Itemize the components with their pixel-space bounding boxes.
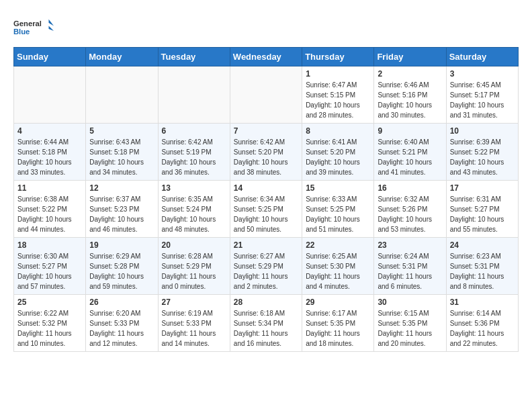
svg-text:Blue: Blue xyxy=(13,28,30,36)
day-number: 31 xyxy=(450,298,515,307)
calendar-cell xyxy=(14,66,86,124)
calendar-cell: 9Sunrise: 6:40 AM Sunset: 5:21 PM Daylig… xyxy=(374,124,446,181)
day-info: Sunrise: 6:32 AM Sunset: 5:26 PM Dayligh… xyxy=(378,194,442,234)
day-number: 3 xyxy=(450,69,515,79)
calendar-cell: 5Sunrise: 6:43 AM Sunset: 5:18 PM Daylig… xyxy=(86,124,158,181)
calendar-cell: 28Sunrise: 6:18 AM Sunset: 5:34 PM Dayli… xyxy=(230,295,302,352)
calendar-cell: 11Sunrise: 6:38 AM Sunset: 5:22 PM Dayli… xyxy=(14,181,86,238)
day-info: Sunrise: 6:25 AM Sunset: 5:30 PM Dayligh… xyxy=(306,251,370,291)
day-info: Sunrise: 6:14 AM Sunset: 5:36 PM Dayligh… xyxy=(450,308,515,349)
calendar-cell: 13Sunrise: 6:35 AM Sunset: 5:24 PM Dayli… xyxy=(158,181,230,238)
day-number: 12 xyxy=(89,183,154,193)
calendar-cell: 24Sunrise: 6:23 AM Sunset: 5:31 PM Dayli… xyxy=(446,238,518,295)
calendar-week-2: 4Sunrise: 6:44 AM Sunset: 5:18 PM Daylig… xyxy=(14,124,519,181)
calendar-week-3: 11Sunrise: 6:38 AM Sunset: 5:22 PM Dayli… xyxy=(14,181,519,238)
day-info: Sunrise: 6:24 AM Sunset: 5:31 PM Dayligh… xyxy=(378,251,442,291)
calendar-cell: 23Sunrise: 6:24 AM Sunset: 5:31 PM Dayli… xyxy=(374,238,446,295)
calendar-cell: 4Sunrise: 6:44 AM Sunset: 5:18 PM Daylig… xyxy=(14,124,86,181)
calendar-cell: 31Sunrise: 6:14 AM Sunset: 5:36 PM Dayli… xyxy=(446,295,518,352)
calendar-cell: 22Sunrise: 6:25 AM Sunset: 5:30 PM Dayli… xyxy=(302,238,374,295)
day-info: Sunrise: 6:34 AM Sunset: 5:25 PM Dayligh… xyxy=(234,194,298,234)
day-info: Sunrise: 6:39 AM Sunset: 5:22 PM Dayligh… xyxy=(450,137,515,177)
weekday-header-tuesday: Tuesday xyxy=(158,48,230,66)
day-info: Sunrise: 6:44 AM Sunset: 5:18 PM Dayligh… xyxy=(17,137,82,177)
day-info: Sunrise: 6:15 AM Sunset: 5:35 PM Dayligh… xyxy=(378,308,442,349)
day-number: 15 xyxy=(306,183,370,193)
day-number: 25 xyxy=(17,298,82,307)
day-info: Sunrise: 6:43 AM Sunset: 5:18 PM Dayligh… xyxy=(89,137,154,177)
calendar-cell: 18Sunrise: 6:30 AM Sunset: 5:27 PM Dayli… xyxy=(14,238,86,295)
calendar-week-4: 18Sunrise: 6:30 AM Sunset: 5:27 PM Dayli… xyxy=(14,238,519,295)
logo-svg: General Blue xyxy=(13,13,54,40)
day-number: 30 xyxy=(378,298,442,307)
day-number: 4 xyxy=(17,126,82,136)
day-info: Sunrise: 6:38 AM Sunset: 5:22 PM Dayligh… xyxy=(17,194,82,234)
day-number: 24 xyxy=(450,240,515,250)
svg-text:General: General xyxy=(13,19,42,28)
logo: General Blue xyxy=(13,13,54,40)
day-number: 27 xyxy=(162,298,226,307)
weekday-header-saturday: Saturday xyxy=(446,48,518,66)
calendar-cell: 21Sunrise: 6:27 AM Sunset: 5:29 PM Dayli… xyxy=(230,238,302,295)
day-info: Sunrise: 6:22 AM Sunset: 5:32 PM Dayligh… xyxy=(17,308,82,349)
day-number: 9 xyxy=(378,126,442,136)
day-number: 7 xyxy=(234,126,298,136)
day-number: 19 xyxy=(89,240,154,250)
calendar-cell: 1Sunrise: 6:47 AM Sunset: 5:15 PM Daylig… xyxy=(302,66,374,124)
calendar-cell: 8Sunrise: 6:41 AM Sunset: 5:20 PM Daylig… xyxy=(302,124,374,181)
calendar-week-1: 1Sunrise: 6:47 AM Sunset: 5:15 PM Daylig… xyxy=(14,66,519,124)
day-info: Sunrise: 6:20 AM Sunset: 5:33 PM Dayligh… xyxy=(89,308,154,349)
calendar-cell: 16Sunrise: 6:32 AM Sunset: 5:26 PM Dayli… xyxy=(374,181,446,238)
day-number: 29 xyxy=(306,298,370,307)
day-number: 26 xyxy=(89,298,154,307)
day-number: 13 xyxy=(162,183,226,193)
calendar-cell: 17Sunrise: 6:31 AM Sunset: 5:27 PM Dayli… xyxy=(446,181,518,238)
calendar-table: SundayMondayTuesdayWednesdayThursdayFrid… xyxy=(13,47,519,352)
day-info: Sunrise: 6:31 AM Sunset: 5:27 PM Dayligh… xyxy=(450,194,515,234)
calendar-cell: 15Sunrise: 6:33 AM Sunset: 5:25 PM Dayli… xyxy=(302,181,374,238)
day-number: 11 xyxy=(17,183,82,193)
weekday-header-friday: Friday xyxy=(374,48,446,66)
day-info: Sunrise: 6:23 AM Sunset: 5:31 PM Dayligh… xyxy=(450,251,515,291)
calendar-header-row: SundayMondayTuesdayWednesdayThursdayFrid… xyxy=(14,48,519,66)
calendar-week-5: 25Sunrise: 6:22 AM Sunset: 5:32 PM Dayli… xyxy=(14,295,519,352)
day-number: 28 xyxy=(234,298,298,307)
day-number: 6 xyxy=(162,126,226,136)
calendar-cell: 6Sunrise: 6:42 AM Sunset: 5:19 PM Daylig… xyxy=(158,124,230,181)
day-number: 14 xyxy=(234,183,298,193)
day-number: 22 xyxy=(306,240,370,250)
day-number: 16 xyxy=(378,183,442,193)
day-info: Sunrise: 6:45 AM Sunset: 5:17 PM Dayligh… xyxy=(450,80,515,120)
day-info: Sunrise: 6:33 AM Sunset: 5:25 PM Dayligh… xyxy=(306,194,370,234)
day-number: 18 xyxy=(17,240,82,250)
calendar-cell: 2Sunrise: 6:46 AM Sunset: 5:16 PM Daylig… xyxy=(374,66,446,124)
day-info: Sunrise: 6:40 AM Sunset: 5:21 PM Dayligh… xyxy=(378,137,442,177)
weekday-header-monday: Monday xyxy=(86,48,158,66)
page-header: General Blue xyxy=(13,13,519,40)
day-info: Sunrise: 6:18 AM Sunset: 5:34 PM Dayligh… xyxy=(234,308,298,349)
day-info: Sunrise: 6:29 AM Sunset: 5:28 PM Dayligh… xyxy=(89,251,154,291)
day-info: Sunrise: 6:37 AM Sunset: 5:23 PM Dayligh… xyxy=(89,194,154,234)
day-info: Sunrise: 6:28 AM Sunset: 5:29 PM Dayligh… xyxy=(162,251,226,291)
day-info: Sunrise: 6:19 AM Sunset: 5:33 PM Dayligh… xyxy=(162,308,226,349)
calendar-cell: 10Sunrise: 6:39 AM Sunset: 5:22 PM Dayli… xyxy=(446,124,518,181)
weekday-header-wednesday: Wednesday xyxy=(230,48,302,66)
day-number: 8 xyxy=(306,126,370,136)
day-number: 21 xyxy=(234,240,298,250)
day-number: 1 xyxy=(306,69,370,79)
day-info: Sunrise: 6:41 AM Sunset: 5:20 PM Dayligh… xyxy=(306,137,370,177)
day-number: 17 xyxy=(450,183,515,193)
calendar-cell: 30Sunrise: 6:15 AM Sunset: 5:35 PM Dayli… xyxy=(374,295,446,352)
day-info: Sunrise: 6:47 AM Sunset: 5:15 PM Dayligh… xyxy=(306,80,370,120)
calendar-cell: 20Sunrise: 6:28 AM Sunset: 5:29 PM Dayli… xyxy=(158,238,230,295)
calendar-cell: 19Sunrise: 6:29 AM Sunset: 5:28 PM Dayli… xyxy=(86,238,158,295)
weekday-header-thursday: Thursday xyxy=(302,48,374,66)
calendar-cell: 25Sunrise: 6:22 AM Sunset: 5:32 PM Dayli… xyxy=(14,295,86,352)
calendar-cell: 7Sunrise: 6:42 AM Sunset: 5:20 PM Daylig… xyxy=(230,124,302,181)
day-number: 2 xyxy=(378,69,442,79)
calendar-cell: 12Sunrise: 6:37 AM Sunset: 5:23 PM Dayli… xyxy=(86,181,158,238)
svg-marker-3 xyxy=(49,26,54,32)
day-info: Sunrise: 6:35 AM Sunset: 5:24 PM Dayligh… xyxy=(162,194,226,234)
day-info: Sunrise: 6:42 AM Sunset: 5:19 PM Dayligh… xyxy=(162,137,226,177)
calendar-cell: 3Sunrise: 6:45 AM Sunset: 5:17 PM Daylig… xyxy=(446,66,518,124)
